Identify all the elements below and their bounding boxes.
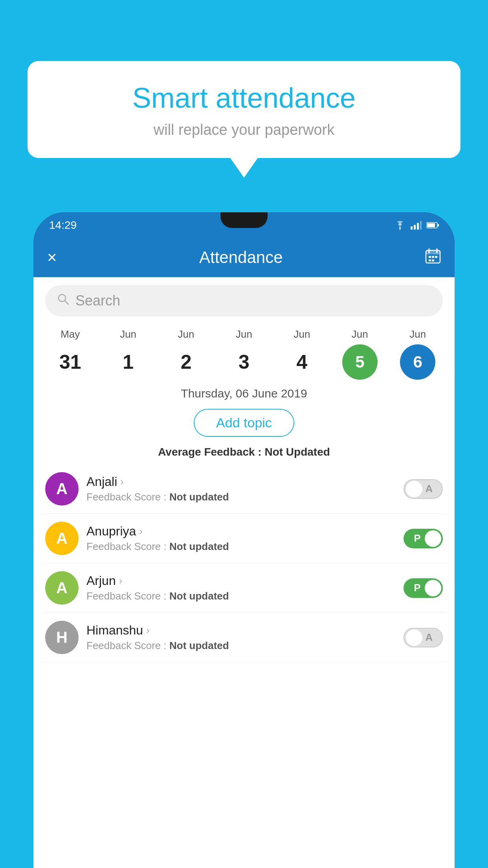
- calendar-month: Jun: [352, 328, 368, 340]
- search-icon: [57, 293, 70, 309]
- svg-rect-13: [432, 256, 434, 258]
- average-feedback: Average Feedback : Not Updated: [33, 443, 455, 464]
- student-avatar: H: [45, 621, 79, 654]
- attendance-toggle-container: A: [404, 479, 443, 499]
- student-avatar: A: [45, 522, 79, 555]
- student-item[interactable]: AAnupriya ›Feedback Score : Not updatedP: [41, 514, 447, 563]
- svg-rect-9: [426, 250, 440, 254]
- student-feedback: Feedback Score : Not updated: [86, 541, 396, 553]
- status-time: 14:29: [49, 219, 77, 232]
- calendar-icon[interactable]: [425, 248, 441, 267]
- calendar-month: Jun: [236, 328, 252, 340]
- attendance-toggle-container: P: [404, 578, 443, 598]
- speech-bubble: Smart attendance will replace your paper…: [28, 61, 460, 158]
- app-content: Search May31Jun1Jun2Jun3Jun4Jun5Jun6 Thu…: [33, 277, 455, 868]
- signal-icon: [411, 221, 422, 230]
- speech-bubble-arrow: [230, 158, 258, 178]
- svg-rect-7: [438, 224, 439, 226]
- app-title: Attendance: [199, 248, 283, 267]
- chevron-icon: ›: [146, 624, 150, 636]
- student-info: Anjali ›Feedback Score : Not updated: [86, 474, 396, 503]
- close-button[interactable]: ×: [47, 248, 57, 267]
- svg-rect-3: [417, 223, 419, 230]
- calendar-day[interactable]: Jun3: [222, 328, 266, 380]
- speech-bubble-subtitle: will replace your paperwork: [51, 121, 437, 138]
- add-topic-container: Add topic: [33, 405, 455, 443]
- student-item[interactable]: HHimanshu ›Feedback Score : Not updatedA: [41, 613, 447, 662]
- attendance-toggle[interactable]: A: [404, 628, 443, 647]
- student-item[interactable]: AAnjali ›Feedback Score : Not updatedA: [41, 464, 447, 514]
- feedback-value: Not updated: [169, 590, 229, 602]
- svg-rect-4: [420, 221, 422, 230]
- add-topic-button[interactable]: Add topic: [194, 409, 294, 437]
- svg-rect-14: [435, 256, 437, 258]
- student-list: AAnjali ›Feedback Score : Not updatedAAA…: [33, 464, 455, 662]
- attendance-toggle-container: A: [404, 628, 443, 647]
- avg-feedback-value: Not Updated: [264, 446, 330, 458]
- chevron-icon: ›: [119, 575, 123, 587]
- calendar-date: 5: [342, 344, 378, 380]
- chevron-icon: ›: [139, 525, 143, 537]
- calendar-day[interactable]: Jun4: [280, 328, 323, 380]
- toggle-label: P: [414, 532, 420, 544]
- student-feedback: Feedback Score : Not updated: [86, 491, 396, 503]
- feedback-value: Not updated: [169, 640, 229, 651]
- student-name: Himanshu ›: [86, 623, 396, 638]
- speech-bubble-container: Smart attendance will replace your paper…: [28, 61, 460, 178]
- student-info: Anupriya ›Feedback Score : Not updated: [86, 524, 396, 553]
- calendar-month: Jun: [178, 328, 194, 340]
- toggle-circle: [406, 481, 422, 497]
- attendance-toggle[interactable]: P: [404, 529, 443, 548]
- toggle-label: A: [426, 631, 433, 644]
- calendar-day[interactable]: Jun2: [165, 328, 208, 380]
- svg-rect-12: [429, 256, 431, 258]
- feedback-value: Not updated: [169, 541, 229, 552]
- chevron-icon: ›: [120, 476, 124, 488]
- attendance-toggle[interactable]: A: [404, 479, 443, 499]
- calendar-date: 6: [400, 344, 435, 380]
- toggle-label: P: [414, 582, 420, 594]
- student-info: Arjun ›Feedback Score : Not updated: [86, 574, 396, 602]
- calendar-date: 1: [110, 344, 146, 380]
- toggle-label: A: [426, 483, 433, 495]
- calendar-day[interactable]: May31: [49, 328, 92, 380]
- calendar-month: Jun: [120, 328, 136, 340]
- calendar-month: Jun: [409, 328, 426, 340]
- student-info: Himanshu ›Feedback Score : Not updated: [86, 623, 396, 652]
- student-feedback: Feedback Score : Not updated: [86, 640, 396, 652]
- status-icons: [394, 221, 439, 230]
- student-name: Anupriya ›: [86, 524, 396, 539]
- search-bar[interactable]: Search: [45, 285, 443, 316]
- toggle-circle: [425, 530, 441, 547]
- calendar-date: 3: [226, 344, 262, 380]
- student-name: Anjali ›: [86, 474, 396, 489]
- calendar-date: 4: [284, 344, 319, 380]
- svg-point-0: [399, 228, 401, 230]
- wifi-icon: [394, 221, 406, 230]
- toggle-circle: [406, 629, 422, 646]
- attendance-toggle[interactable]: P: [404, 578, 443, 598]
- calendar-day[interactable]: Jun5: [338, 328, 382, 380]
- student-avatar: A: [45, 472, 79, 506]
- calendar-day[interactable]: Jun6: [396, 328, 439, 380]
- calendar-strip: May31Jun1Jun2Jun3Jun4Jun5Jun6: [33, 322, 455, 380]
- notch: [220, 212, 268, 228]
- student-avatar: A: [45, 571, 79, 605]
- attendance-toggle-container: P: [404, 529, 443, 548]
- feedback-value: Not updated: [169, 491, 229, 503]
- selected-date-label: Thursday, 06 June 2019: [33, 380, 455, 405]
- search-container: Search: [33, 277, 455, 322]
- svg-rect-6: [427, 223, 435, 227]
- svg-rect-2: [414, 225, 416, 230]
- calendar-month: May: [61, 328, 80, 340]
- phone-frame: 14:29 × At: [33, 212, 455, 868]
- calendar-month: Jun: [294, 328, 310, 340]
- toggle-circle: [425, 580, 441, 596]
- student-item[interactable]: AArjun ›Feedback Score : Not updatedP: [41, 563, 447, 613]
- svg-rect-16: [432, 259, 434, 261]
- student-feedback: Feedback Score : Not updated: [86, 590, 396, 602]
- calendar-day[interactable]: Jun1: [106, 328, 150, 380]
- calendar-date: 31: [53, 344, 88, 380]
- battery-icon: [426, 222, 439, 229]
- student-name: Arjun ›: [86, 574, 396, 588]
